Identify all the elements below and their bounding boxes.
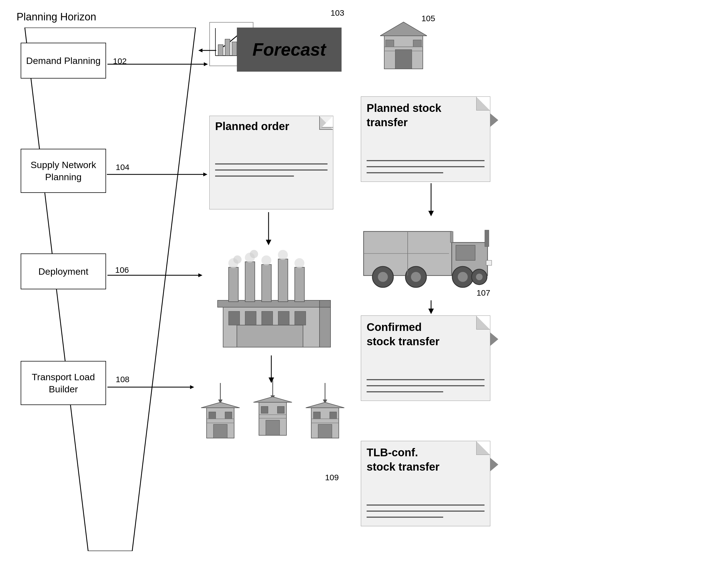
svg-point-39 <box>295 258 304 268</box>
arrow-demand <box>107 60 218 68</box>
truck-illustration: 107 <box>361 218 493 298</box>
module-demand-planning: Demand Planning <box>21 43 106 78</box>
svg-point-37 <box>261 256 271 265</box>
svg-marker-98 <box>428 308 434 314</box>
ref-109: 109 <box>325 473 339 482</box>
svg-rect-73 <box>395 50 412 69</box>
deployment-label: Deployment <box>38 265 88 277</box>
ref-108: 108 <box>116 375 130 384</box>
svg-rect-94 <box>486 260 492 265</box>
arrow-down-factory <box>262 212 275 248</box>
module-snp: Supply NetworkPlanning <box>21 149 106 193</box>
svg-rect-30 <box>237 325 303 347</box>
svg-rect-75 <box>413 40 421 47</box>
svg-marker-0 <box>25 27 195 551</box>
svg-marker-72 <box>380 22 427 36</box>
svg-rect-31 <box>320 306 331 347</box>
svg-rect-32 <box>320 300 331 307</box>
diagram-container: Planning Horizon Demand Planning 102 <box>0 0 728 572</box>
svg-marker-15 <box>266 240 271 245</box>
planned-order-doc: Planned order <box>209 116 333 209</box>
svg-point-34 <box>233 256 242 264</box>
svg-rect-48 <box>214 424 227 438</box>
snp-label: Supply NetworkPlanning <box>30 159 96 183</box>
svg-rect-59 <box>277 407 284 413</box>
arrow-snp <box>107 170 217 178</box>
svg-marker-13 <box>203 172 208 176</box>
svg-point-92 <box>476 274 483 280</box>
warehouses-illustration: 109 <box>193 380 358 480</box>
ref-103: 103 <box>331 8 344 18</box>
funnel-shape <box>16 27 204 551</box>
warehouse-small-icon: 105 <box>380 16 427 72</box>
ref-105: 105 <box>421 14 435 23</box>
svg-marker-2 <box>204 62 208 66</box>
tlb-conf-label: TLB-conf.stock transfer <box>367 445 439 474</box>
svg-rect-8 <box>232 42 237 56</box>
svg-point-36 <box>250 250 258 258</box>
ref-107: 107 <box>477 288 490 298</box>
arrow-down-to-truck <box>424 183 438 219</box>
arrow-deployment <box>107 271 209 279</box>
forecast-label: Forecast <box>253 40 326 60</box>
arrow-tlb <box>107 383 201 391</box>
svg-marker-47 <box>201 402 240 408</box>
svg-rect-49 <box>209 412 216 419</box>
svg-point-90 <box>458 272 468 282</box>
svg-marker-65 <box>306 402 344 408</box>
svg-rect-58 <box>261 407 268 413</box>
svg-point-86 <box>378 272 388 282</box>
svg-rect-67 <box>313 412 320 419</box>
svg-rect-68 <box>330 412 337 419</box>
svg-rect-7 <box>225 39 230 56</box>
forecast-container: Forecast 103 <box>209 22 347 77</box>
svg-marker-80 <box>428 211 434 216</box>
module-tlb: Transport LoadBuilder <box>21 361 106 405</box>
svg-rect-26 <box>245 311 256 325</box>
svg-rect-74 <box>386 40 394 47</box>
svg-rect-83 <box>456 245 475 260</box>
planning-horizon-label: Planning Horizon <box>16 11 96 23</box>
svg-rect-50 <box>225 412 232 419</box>
tlb-label: Transport LoadBuilder <box>32 371 95 395</box>
svg-rect-24 <box>295 267 304 302</box>
svg-rect-93 <box>485 230 489 246</box>
svg-rect-20 <box>229 267 238 302</box>
svg-rect-21 <box>245 262 255 302</box>
svg-rect-28 <box>278 311 289 325</box>
demand-planning-label: Demand Planning <box>26 55 100 67</box>
arrow-down-to-confirmed <box>424 300 438 317</box>
tlb-conf-stock-transfer-doc: TLB-conf.stock transfer <box>361 441 490 526</box>
svg-rect-25 <box>229 311 240 325</box>
arrow-planned-stock-down <box>421 100 435 117</box>
factory-illustration <box>201 245 341 355</box>
svg-rect-23 <box>278 259 288 302</box>
planned-order-label: Planned order <box>215 120 289 133</box>
svg-rect-6 <box>218 45 223 56</box>
module-deployment: Deployment <box>21 254 106 289</box>
svg-rect-22 <box>262 265 271 302</box>
svg-point-88 <box>411 272 421 282</box>
forecast-dark-box: Forecast <box>237 27 341 72</box>
confirmed-stock-transfer-doc: Confirmedstock transfer <box>361 315 490 401</box>
svg-rect-66 <box>318 424 332 438</box>
svg-rect-57 <box>266 420 279 435</box>
svg-rect-29 <box>295 311 306 325</box>
svg-marker-56 <box>253 397 292 402</box>
svg-rect-27 <box>262 311 273 325</box>
confirmed-stock-label: Confirmedstock transfer <box>367 320 439 349</box>
arrow-forecast-demand <box>201 46 218 55</box>
svg-rect-84 <box>450 231 453 242</box>
svg-point-38 <box>278 250 288 260</box>
